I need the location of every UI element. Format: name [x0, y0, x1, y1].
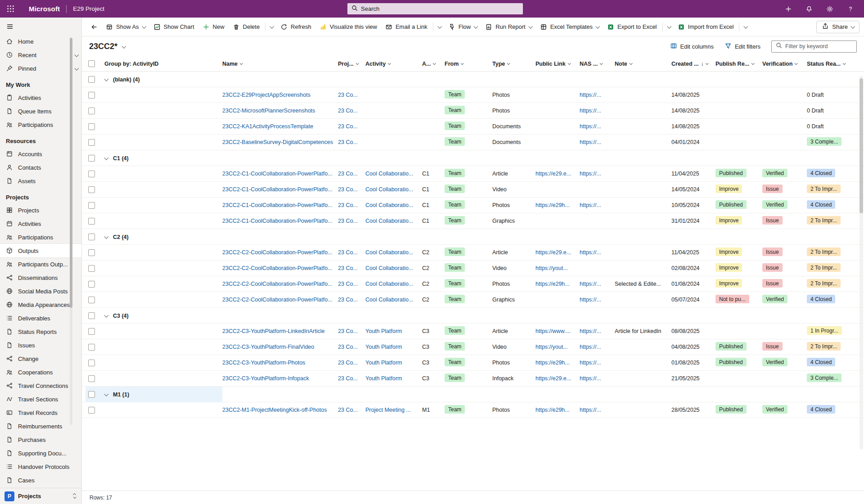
sidebar-item-participations[interactable]: Participations	[0, 118, 81, 131]
export-to-excel-button[interactable]: Export to Excel	[603, 20, 661, 34]
column-header-verification[interactable]: Verification	[762, 61, 807, 67]
table-row[interactable]: 23CC2-KA1ActivityProcessTemplate23 Co...…	[82, 119, 864, 135]
delete-more-overflow-button[interactable]	[267, 20, 276, 34]
group-expand-chevron-icon[interactable]	[104, 313, 108, 318]
sidebar-item-deliverables[interactable]: Deliverables	[0, 311, 81, 325]
global-search-box[interactable]: Search	[347, 3, 523, 14]
row-checkbox[interactable]	[88, 186, 95, 193]
cell-name-link[interactable]: 23CC2-MicrosoftPlannerScreenshots	[222, 108, 315, 114]
row-checkbox[interactable]	[88, 360, 95, 366]
delete-button[interactable]: Delete	[229, 20, 264, 34]
sidebar-item-cooperations[interactable]: Cooperations	[0, 365, 81, 379]
table-row[interactable]: 23CC2-C1-CoolCollaboration-PowerPlatfo..…	[82, 213, 864, 229]
help-icon[interactable]	[842, 0, 860, 18]
row-checkbox[interactable]	[88, 218, 95, 225]
sidebar-item-travel-records[interactable]: Travel Records	[0, 406, 81, 419]
area-switcher[interactable]: P Projects	[0, 488, 82, 504]
column-header-from[interactable]: From	[445, 61, 492, 67]
sidebar-item-travel-connections[interactable]: Travel Connections	[0, 379, 81, 392]
cell-proj-link[interactable]: 23 Co...	[338, 344, 358, 350]
table-row[interactable]: 23CC2-C3-YouthPlatform-Photos23 Co...You…	[82, 355, 864, 371]
sidebar-scrollbar[interactable]	[70, 38, 72, 425]
cell-nas-link[interactable]: https://...	[580, 297, 601, 303]
sidebar-item-media-appearances[interactable]: Media Appearances	[0, 298, 81, 311]
cell-name-link[interactable]: 23CC2-C2-CoolCollaboration-PowerPlatfo..…	[222, 249, 333, 256]
row-checkbox[interactable]	[88, 407, 95, 414]
cell-name-link[interactable]: 23CC2-C3-YouthPlatform-Infopack	[222, 375, 309, 382]
sidebar-item-supporting-docu[interactable]: Supporting Docu...	[0, 446, 81, 460]
cell-nas-link[interactable]: https://...	[580, 92, 601, 98]
cell-public-link[interactable]: https://e29h...	[536, 202, 570, 208]
import-more-overflow-button[interactable]	[741, 20, 750, 34]
sidebar-item-pinned[interactable]: Pinned	[0, 62, 81, 75]
cell-nas-link[interactable]: https://...	[580, 108, 601, 114]
view-selector[interactable]: 23CC2*	[89, 42, 125, 51]
cell-name-link[interactable]: 23CC2-C1-CoolCollaboration-PowerPlatfo..…	[222, 202, 333, 208]
cell-proj-link[interactable]: 23 Co...	[338, 328, 358, 334]
cell-public-link[interactable]: https://e29.e...	[536, 375, 571, 382]
sidebar-item-disseminations[interactable]: Disseminations	[0, 271, 81, 284]
sidebar-item-purchases[interactable]: Purchases	[0, 433, 81, 446]
cell-activity-link[interactable]: Youth Platform	[365, 344, 402, 350]
cell-name-link[interactable]: 23CC2-C2-CoolCollaboration-PowerPlatfo..…	[222, 265, 333, 271]
cell-public-link[interactable]: https://e29h...	[536, 281, 570, 287]
excel-templates-button[interactable]: Excel Templates	[536, 20, 603, 34]
table-row[interactable]: 23CC2-C2-CoolCollaboration-PowerPlatfo..…	[82, 261, 864, 276]
show-chart-button[interactable]: Show Chart	[149, 20, 198, 34]
visualize-this-view-button[interactable]: Visualize this view	[315, 20, 381, 34]
column-header-name[interactable]: Name	[222, 61, 338, 67]
cell-proj-link[interactable]: 23 Co...	[338, 139, 358, 145]
cell-activity-link[interactable]: Cool Collaboratio...	[365, 281, 413, 287]
row-checkbox[interactable]	[88, 171, 95, 177]
cell-proj-link[interactable]: 23 Co...	[338, 218, 358, 224]
sidebar-item-projects[interactable]: Projects	[0, 203, 81, 217]
select-all-checkbox[interactable]	[88, 60, 95, 67]
cell-activity-link[interactable]: Cool Collaboratio...	[365, 218, 413, 224]
sidebar-item-issues[interactable]: Issues	[0, 338, 81, 352]
cell-proj-link[interactable]: 23 Co...	[338, 92, 358, 98]
cell-activity-link[interactable]: Cool Collaboratio...	[365, 297, 413, 303]
cell-proj-link[interactable]: 23 Co...	[338, 375, 358, 382]
column-header-public-link[interactable]: Public Link	[536, 61, 580, 67]
row-checkbox[interactable]	[88, 375, 95, 382]
sidebar-item-travel-sections[interactable]: Travel Sections	[0, 392, 81, 406]
column-header-nas[interactable]: NAS ...	[580, 61, 615, 67]
cell-name-link[interactable]: 23CC2-E29ProjectAppScreenshots	[222, 92, 310, 98]
waffle-menu-icon[interactable]	[0, 0, 21, 18]
cell-proj-link[interactable]: 23 Co...	[338, 108, 358, 114]
cell-public-link[interactable]: https://yout...	[536, 265, 568, 271]
group-header-row[interactable]: M1 (1)	[82, 387, 864, 402]
cell-name-link[interactable]: 23CC2-C3-YouthPlatform-LinkedInArticle	[222, 328, 324, 334]
row-checkbox[interactable]	[88, 123, 95, 130]
share-button[interactable]: Share	[816, 21, 860, 33]
run-report-button[interactable]: Run Report	[481, 20, 536, 34]
cell-name-link[interactable]: 23CC2-C1-CoolCollaboration-PowerPlatfo..…	[222, 186, 333, 193]
cell-public-link[interactable]: https://www....	[536, 328, 571, 334]
cell-nas-link[interactable]: https://...	[580, 139, 601, 145]
cell-activity-link[interactable]: Cool Collaboratio...	[365, 171, 413, 177]
row-checkbox[interactable]	[88, 344, 95, 351]
group-expand-chevron-icon[interactable]	[104, 77, 108, 81]
table-row[interactable]: 23CC2-C2-CoolCollaboration-PowerPlatfo..…	[82, 292, 864, 308]
cell-activity-link[interactable]: Cool Collaboratio...	[365, 265, 413, 271]
row-checkbox[interactable]	[88, 92, 95, 99]
cell-proj-link[interactable]: 23 Co...	[338, 360, 358, 366]
sidebar-item-status-reports[interactable]: Status Reports	[0, 325, 81, 338]
group-checkbox[interactable]	[88, 312, 95, 319]
cell-activity-link[interactable]: Cool Collaboratio...	[365, 202, 413, 208]
cell-proj-link[interactable]: 23 Co...	[338, 249, 358, 256]
cell-proj-link[interactable]: 23 Co...	[338, 297, 358, 303]
table-row[interactable]: 23CC2-C2-CoolCollaboration-PowerPlatfo..…	[82, 276, 864, 292]
group-checkbox[interactable]	[88, 234, 95, 240]
row-checkbox[interactable]	[88, 139, 95, 146]
email-a-link-button[interactable]: Email a Link	[381, 20, 432, 34]
back-button[interactable]	[86, 20, 102, 34]
cell-name-link[interactable]: 23CC2-C1-CoolCollaboration-PowerPlatfo..…	[222, 218, 333, 224]
column-header-type[interactable]: Type	[492, 61, 536, 67]
add-icon[interactable]	[779, 0, 797, 18]
cell-nas-link[interactable]: https://...	[580, 328, 601, 334]
column-header-created[interactable]: Created ...↓	[671, 61, 716, 67]
group-expand-chevron-icon[interactable]	[104, 392, 108, 396]
cell-public-link[interactable]: https://e29h...	[536, 407, 570, 413]
sidebar-item-cases[interactable]: Cases	[0, 473, 81, 487]
